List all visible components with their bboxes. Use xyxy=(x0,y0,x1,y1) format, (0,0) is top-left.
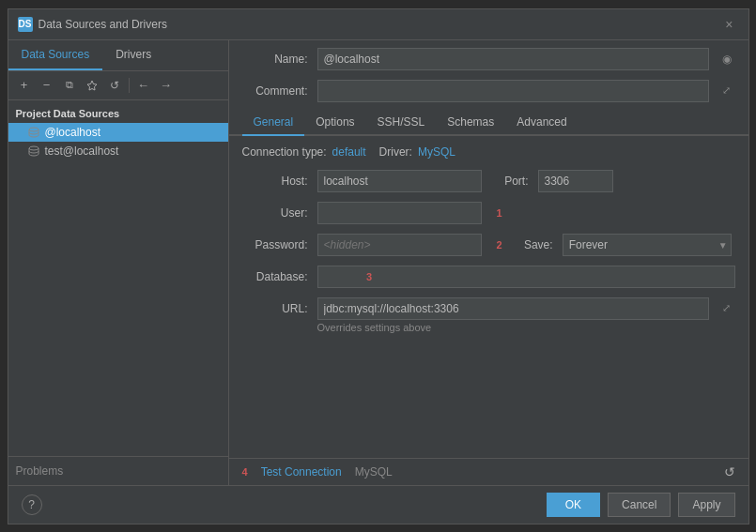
user-row: User: 1 xyxy=(242,202,735,224)
driver-value[interactable]: MySQL xyxy=(418,145,455,159)
tab-data-sources[interactable]: Data Sources xyxy=(8,40,103,70)
left-tabs: Data Sources Drivers xyxy=(8,40,228,71)
close-button[interactable]: × xyxy=(719,15,738,34)
svg-point-0 xyxy=(29,128,39,131)
test-connection-button[interactable]: Test Connection xyxy=(261,465,342,479)
main-content: Data Sources Drivers + − ⧉ ↺ ← → Project… xyxy=(8,40,748,485)
url-input[interactable] xyxy=(317,297,709,320)
host-label: Host: xyxy=(242,175,308,188)
tree-item-localhost[interactable]: @localhost xyxy=(8,123,228,142)
bottom-refresh-icon[interactable]: ↺ xyxy=(724,464,735,479)
cancel-button[interactable]: Cancel xyxy=(608,493,671,517)
database-icon-localhost xyxy=(27,126,40,139)
bottom-bar: 4 Test Connection MySQL ↺ xyxy=(229,458,748,485)
comment-expand-icon[interactable]: ⤢ xyxy=(718,83,735,99)
tree-item-test-label: test@localhost xyxy=(45,144,119,158)
port-label: Port: xyxy=(491,175,529,188)
database-row: Database: 3 xyxy=(242,266,735,288)
database-input[interactable] xyxy=(317,266,735,288)
url-label: URL: xyxy=(242,302,308,315)
tabs-row: General Options SSH/SSL Schemas Advanced xyxy=(229,110,748,136)
user-input[interactable] xyxy=(317,202,482,224)
toolbar-separator xyxy=(129,78,130,93)
tree-section: Project Data Sources @localhost xyxy=(8,100,228,456)
ok-button[interactable]: OK xyxy=(547,493,600,517)
url-expand-icon[interactable]: ⤢ xyxy=(718,300,735,317)
dialog-footer: ? OK Cancel Apply xyxy=(8,485,748,524)
tree-item-test-localhost[interactable]: test@localhost xyxy=(8,142,228,160)
url-row: URL: ⤢ xyxy=(242,297,735,320)
annotation-1: 1 xyxy=(497,207,502,219)
duplicate-button[interactable]: ⧉ xyxy=(59,75,80,96)
connection-type-value[interactable]: default xyxy=(332,145,366,159)
right-panel: Name: ◉ Comment: ⤢ General Options SSH/S… xyxy=(229,40,748,485)
tab-options[interactable]: Options xyxy=(304,110,365,136)
bottom-driver-label: MySQL xyxy=(355,465,393,479)
tab-content-general: Connection type: default Driver: MySQL H… xyxy=(229,136,748,458)
properties-button[interactable] xyxy=(82,75,102,96)
connection-type-row: Connection type: default Driver: MySQL xyxy=(242,145,735,159)
annotation-3: 3 xyxy=(366,271,372,282)
connection-type-prefix: Connection type: xyxy=(242,145,327,159)
port-input[interactable] xyxy=(538,170,613,192)
save-select[interactable]: Forever Until restart Never xyxy=(563,234,732,256)
problems-section: Problems xyxy=(8,456,228,485)
dialog-title: Data Sources and Drivers xyxy=(39,18,167,31)
save-select-wrapper: Forever Until restart Never ▼ xyxy=(563,234,732,256)
comment-label: Comment: xyxy=(242,84,308,98)
password-row: Password: 2 Save: Forever Until restart … xyxy=(242,234,735,256)
add-button[interactable]: + xyxy=(14,75,35,96)
title-bar: DS Data Sources and Drivers × xyxy=(8,9,748,40)
dialog-icon: DS xyxy=(18,17,33,32)
data-sources-dialog: DS Data Sources and Drivers × Data Sourc… xyxy=(8,8,749,524)
tree-section-label: Project Data Sources xyxy=(8,104,228,123)
comment-row: Comment: ⤢ xyxy=(229,78,748,110)
left-panel: Data Sources Drivers + − ⧉ ↺ ← → Project… xyxy=(8,40,229,485)
overrides-text: Overrides settings above xyxy=(317,322,735,333)
svg-point-1 xyxy=(29,146,39,150)
user-label: User: xyxy=(242,206,308,220)
tab-general[interactable]: General xyxy=(242,110,305,136)
problems-label: Problems xyxy=(16,464,64,478)
password-input[interactable] xyxy=(317,234,482,256)
annotation-4: 4 xyxy=(242,466,248,478)
footer-buttons: OK Cancel Apply xyxy=(547,493,735,517)
driver-prefix: Driver: xyxy=(379,145,412,159)
apply-button[interactable]: Apply xyxy=(678,493,734,517)
name-row: Name: ◉ xyxy=(229,40,748,78)
name-input[interactable] xyxy=(317,48,709,70)
name-expand-icon[interactable]: ◉ xyxy=(718,51,735,68)
tab-schemas[interactable]: Schemas xyxy=(436,110,505,136)
annotation-2: 2 xyxy=(497,239,502,251)
toolbar: + − ⧉ ↺ ← → xyxy=(8,71,228,100)
remove-button[interactable]: − xyxy=(37,75,57,96)
forward-button[interactable]: → xyxy=(156,75,177,96)
tab-advanced[interactable]: Advanced xyxy=(505,110,578,136)
tab-drivers[interactable]: Drivers xyxy=(102,40,164,70)
save-label: Save: xyxy=(516,238,553,251)
title-bar-left: DS Data Sources and Drivers xyxy=(18,17,167,32)
tab-ssh-ssl[interactable]: SSH/SSL xyxy=(366,110,437,136)
help-button[interactable]: ? xyxy=(22,494,42,515)
name-label: Name: xyxy=(242,53,308,66)
password-label: Password: xyxy=(242,238,308,251)
host-port-row: Host: Port: xyxy=(242,170,735,192)
host-input[interactable] xyxy=(317,170,482,192)
back-button[interactable]: ← xyxy=(133,75,154,96)
comment-input[interactable] xyxy=(317,80,709,102)
database-icon-test xyxy=(27,144,40,158)
refresh-button[interactable]: ↺ xyxy=(104,75,125,96)
database-label: Database: xyxy=(242,270,308,283)
tree-item-localhost-label: @localhost xyxy=(45,126,101,139)
